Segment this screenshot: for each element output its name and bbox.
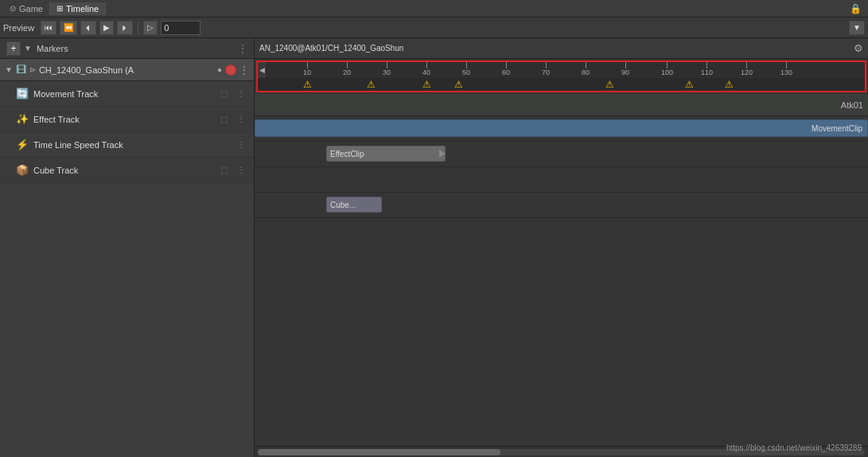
- effect-track-clone-btn[interactable]: ⬚: [218, 114, 230, 124]
- tab-timeline-label: Timeline: [66, 4, 99, 14]
- cube-track-content: Cube...: [255, 193, 868, 218]
- tick-100: 100: [661, 62, 673, 76]
- tick-30: 30: [383, 62, 391, 76]
- speed-track-icon: ⚡: [16, 139, 29, 150]
- warning-icon-3[interactable]: ⚠: [422, 79, 431, 90]
- effect-track-icon: ✨: [16, 113, 29, 125]
- game-icon: ⊙: [10, 4, 16, 13]
- warning-icon-2[interactable]: ⚠: [367, 79, 376, 90]
- cube-clip[interactable]: Cube...: [326, 197, 382, 213]
- tick-80: 80: [582, 62, 590, 76]
- left-panel: + ▼ Markers ⋮ ▼ 🎞 ⊳ CH_12400_GaoShun (A …: [0, 38, 255, 457]
- movement-track-name: Movement Track: [33, 89, 213, 99]
- step-back-start-button[interactable]: ⏮: [41, 21, 56, 35]
- track-group-name: CH_12400_GaoShun (A: [39, 65, 214, 75]
- scrollbar-thumb[interactable]: [258, 449, 500, 455]
- lock-icon: 🔒: [847, 3, 865, 14]
- toolbar: Preview ⏮ ⏪ ⏴ ▶ ⏵ ▷ ▼: [0, 18, 868, 38]
- movement-track-clone-btn[interactable]: ⬚: [218, 88, 230, 99]
- speed-track-name: Time Line Speed Track: [33, 140, 230, 150]
- warning-row: ⚠ ⚠ ⚠ ⚠ ⚠ ⚠ ⚠: [258, 78, 865, 91]
- tick-90: 90: [621, 62, 629, 76]
- frame-input[interactable]: [161, 21, 200, 35]
- cube-track-menu-btn[interactable]: ⋮: [235, 165, 247, 175]
- ruler-left-arrow: ◀: [258, 62, 266, 78]
- cube-track-name: Cube Track: [33, 166, 213, 175]
- warning-icon-7[interactable]: ⚠: [725, 79, 734, 90]
- atk-label: Atk01: [841, 100, 863, 110]
- cube-track-icon: 📦: [16, 164, 29, 176]
- movement-track-content: MovementClip: [255, 116, 868, 142]
- tab-game[interactable]: ⊙ Game: [3, 2, 50, 15]
- step-next-button[interactable]: ⏵: [117, 21, 133, 35]
- tab-timeline[interactable]: ⊞ Timeline: [50, 2, 106, 15]
- play-button[interactable]: ▶: [99, 21, 114, 35]
- tick-50: 50: [462, 62, 470, 76]
- markers-extra-btn[interactable]: ▼: [24, 44, 32, 53]
- tick-130: 130: [780, 62, 792, 76]
- tick-20: 20: [343, 62, 351, 76]
- track-group-expand-icon[interactable]: ▼: [5, 65, 13, 74]
- tick-60: 60: [502, 62, 510, 76]
- timeline-settings-icon[interactable]: ⚙: [854, 42, 863, 54]
- step-prev-button[interactable]: ⏴: [80, 21, 96, 35]
- tick-110: 110: [701, 62, 713, 76]
- tick-40: 40: [422, 62, 430, 76]
- speed-track-menu-btn[interactable]: ⋮: [235, 139, 247, 150]
- ruler-inner: 10 20 30 40: [266, 62, 865, 78]
- track-group-header: ▼ 🎞 ⊳ CH_12400_GaoShun (A ● ⋮: [0, 59, 254, 81]
- right-panel: AN_12400@Atk01/CH_12400_GaoShun ⚙ ◀ 10: [255, 38, 868, 457]
- tick-70: 70: [542, 62, 550, 76]
- track-group-icon: 🎞: [16, 64, 26, 76]
- tick-120: 120: [741, 62, 753, 76]
- track-group-menu-btn[interactable]: ⋮: [239, 64, 249, 76]
- markers-row: + ▼ Markers ⋮: [0, 38, 254, 59]
- warning-icon-5[interactable]: ⚠: [605, 79, 614, 90]
- track-group-prefix: ⊳: [29, 65, 36, 74]
- track-row-effect: ✨ Effect Track ⬚ ⋮: [0, 107, 254, 132]
- atk-track-content: Atk01: [255, 94, 868, 116]
- track-row-cube: 📦 Cube Track ⬚ ⋮: [0, 158, 254, 183]
- effect-clip-arrow: [439, 150, 446, 158]
- ruler[interactable]: ◀ 10 20 30: [258, 62, 865, 78]
- ruler-highlight-container: ◀ 10 20 30: [256, 61, 866, 92]
- warning-icon-6[interactable]: ⚠: [685, 79, 694, 90]
- main-layout: Preview ⏮ ⏪ ⏴ ▶ ⏵ ▷ ▼ + ▼ Markers ⋮: [0, 18, 868, 457]
- track-group-circle: ●: [217, 65, 222, 74]
- movement-track-icon: 🔄: [16, 88, 29, 100]
- watermark: https://blog.csdn.net/weixin_42639289: [726, 443, 862, 452]
- markers-label: Markers: [37, 44, 68, 53]
- markers-menu-btn[interactable]: ⋮: [238, 43, 247, 54]
- movement-track-menu-btn[interactable]: ⋮: [235, 88, 247, 99]
- timeline-empty: [255, 218, 868, 446]
- track-record-button[interactable]: [225, 64, 236, 76]
- dropdown-btn[interactable]: ▼: [849, 21, 865, 35]
- warning-icon-1[interactable]: ⚠: [303, 79, 312, 90]
- content-area: + ▼ Markers ⋮ ▼ 🎞 ⊳ CH_12400_GaoShun (A …: [0, 38, 868, 457]
- cube-clip-label: Cube...: [330, 201, 356, 209]
- track-row-movement: 🔄 Movement Track ⬚ ⋮: [0, 81, 254, 107]
- tab-bar: ⊙ Game ⊞ Timeline 🔒: [0, 0, 868, 18]
- anim-name-label: AN_12400@Atk01/CH_12400_GaoShun: [259, 44, 403, 53]
- tab-game-label: Game: [19, 4, 43, 14]
- markers-left: + ▼ Markers: [6, 41, 68, 56]
- effect-track-name: Effect Track: [33, 115, 213, 124]
- track-row-speed: ⚡ Time Line Speed Track ⋮: [0, 132, 254, 158]
- add-marker-button[interactable]: +: [6, 41, 21, 56]
- movement-clip-label: MovementClip: [812, 124, 862, 133]
- cube-track-clone-btn[interactable]: ⬚: [218, 165, 230, 175]
- speed-track-content: [255, 167, 868, 193]
- timeline-header: AN_12400@Atk01/CH_12400_GaoShun ⚙: [255, 38, 868, 59]
- play-alt-button[interactable]: ▷: [143, 21, 158, 35]
- timeline-icon: ⊞: [56, 4, 63, 13]
- step-back-button[interactable]: ⏪: [60, 21, 77, 35]
- toolbar-sep-1: [138, 21, 138, 34]
- effect-track-menu-btn[interactable]: ⋮: [235, 114, 247, 124]
- effect-track-content: EffectClip: [255, 142, 868, 167]
- movement-clip[interactable]: MovementClip: [255, 119, 868, 137]
- tick-10: 10: [303, 62, 311, 76]
- warning-icon-4[interactable]: ⚠: [454, 79, 463, 90]
- effect-clip[interactable]: EffectClip: [326, 146, 446, 162]
- effect-clip-label: EffectClip: [330, 150, 364, 158]
- preview-label: Preview: [3, 23, 34, 33]
